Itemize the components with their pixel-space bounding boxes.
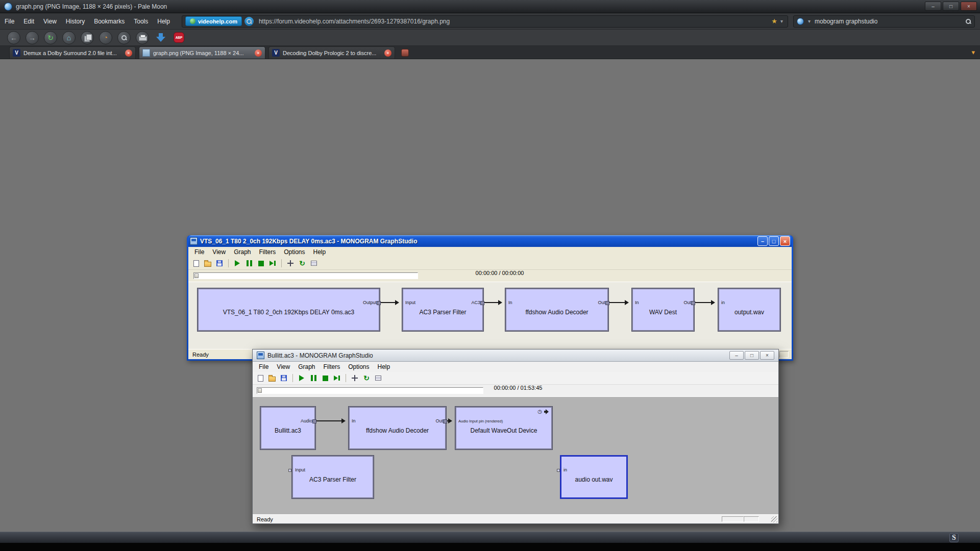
window-controls: – □ × xyxy=(925,2,977,11)
browser-menubar: File Edit View History Bookmarks Tools H… xyxy=(0,13,980,30)
identity-search-icon[interactable] xyxy=(244,17,254,26)
new-graph-button[interactable] xyxy=(256,373,265,383)
close-button[interactable]: × xyxy=(961,2,977,11)
filter-graph-canvas[interactable]: Audio Bullitt.ac3 In Out ffdshow Audio D… xyxy=(253,396,778,514)
maximize-button[interactable]: □ xyxy=(943,2,959,11)
search-input[interactable]: mobogram graphstudio xyxy=(815,18,877,25)
pin-input[interactable]: Input xyxy=(295,467,305,472)
home-button[interactable]: ⌂ xyxy=(62,31,76,44)
tab-close-icon[interactable]: × xyxy=(384,49,391,57)
search-engine-dropdown-icon[interactable]: ▾ xyxy=(806,18,812,24)
pin-audio-input-rendered[interactable]: Audio Input pin (rendered) xyxy=(458,419,503,423)
seek-thumb[interactable] xyxy=(258,388,262,393)
filter-box-waveout[interactable]: Audio Input pin (rendered) ◷ Default Wav… xyxy=(455,407,552,449)
pin-in[interactable]: In xyxy=(352,418,356,423)
printer-icon xyxy=(139,35,146,40)
copy-pages-button[interactable] xyxy=(81,31,94,44)
menu-bookmarks[interactable]: Bookmarks xyxy=(89,18,129,25)
tab-graph-png[interactable]: graph.png (PNG Image, 1188 × 24... × xyxy=(139,46,265,59)
filter-name: audio out.wav xyxy=(562,476,625,483)
downloads-button[interactable] xyxy=(156,33,165,42)
menu-view[interactable]: View xyxy=(273,363,294,370)
filter-box-ffdshow[interactable]: In Out ffdshow Audio Decoder xyxy=(349,407,446,449)
pin-stub[interactable] xyxy=(557,469,560,472)
reload-button[interactable]: ↻ xyxy=(44,31,57,44)
menu-view[interactable]: View xyxy=(39,18,61,25)
xp-window-controls: – □ × xyxy=(757,236,790,246)
videohelp-favicon xyxy=(190,18,195,24)
url-text[interactable]: https://forum.videohelp.com/attachments/… xyxy=(259,18,450,25)
step-button[interactable] xyxy=(332,373,341,383)
resize-grip[interactable] xyxy=(771,516,777,522)
app-window-title: Bullitt.ac3 - MONOGRAM GraphStudio xyxy=(267,352,373,359)
app-titlebar[interactable]: Bullitt.ac3 - MONOGRAM GraphStudio – □ × xyxy=(253,349,778,362)
stop-button[interactable] xyxy=(321,373,330,383)
bookmark-star-icon[interactable]: ★ xyxy=(770,17,779,25)
menu-help: Help xyxy=(309,248,330,256)
pan-button[interactable] xyxy=(350,373,359,383)
filter-box-bullitt[interactable]: Audio Bullitt.ac3 xyxy=(260,407,315,449)
history-button[interactable]: ◔ xyxy=(99,31,112,44)
new-tab-button[interactable] xyxy=(401,49,409,57)
urlbar-dropdown-icon[interactable]: ▾ xyxy=(779,18,785,24)
graph-image[interactable]: VTS_06_1 T80 2_0ch 192Kbps DELAY 0ms.ac3… xyxy=(187,235,793,361)
videohelp-favicon: V xyxy=(13,49,20,57)
search-box[interactable]: ▾ mobogram graphstudio xyxy=(793,15,975,28)
connection-arrow xyxy=(380,302,398,303)
menu-filters[interactable]: Filters xyxy=(320,363,345,370)
status-pane xyxy=(779,351,789,358)
find-button[interactable] xyxy=(117,31,131,44)
all-tabs-button[interactable]: ▾ xyxy=(971,48,975,56)
close-button[interactable]: × xyxy=(760,351,774,360)
minimize-button[interactable]: – xyxy=(729,351,744,360)
menu-history[interactable]: History xyxy=(61,18,89,25)
seek-bar: 00:00:00 / 00:00:00 xyxy=(188,270,792,282)
graphstudio-icon xyxy=(190,237,198,245)
play-button[interactable] xyxy=(297,373,306,383)
pin-in[interactable]: in xyxy=(564,467,567,472)
pin-out[interactable]: Out xyxy=(435,418,443,423)
seek-bar[interactable]: 00:00:00 / 01:53:45 xyxy=(253,385,778,396)
adblock-button[interactable]: ABP xyxy=(174,32,184,43)
tab-demux-dolby[interactable]: V Demux a Dolby Surround 2.0 file int...… xyxy=(9,46,136,59)
refresh-graph-button[interactable]: ↻ xyxy=(362,373,371,383)
maximize-button[interactable]: □ xyxy=(745,351,759,360)
noscript-icon[interactable]: S xyxy=(949,533,959,542)
forward-button[interactable]: → xyxy=(26,31,39,44)
back-button[interactable]: ← xyxy=(7,31,20,44)
minimize-button[interactable]: – xyxy=(925,2,941,11)
filter-name: ffdshow Audio Decoder xyxy=(351,427,444,434)
filter-box-audio-out-wav[interactable]: in audio out.wav xyxy=(560,456,627,498)
clock-icon: ◷ xyxy=(537,409,542,414)
menu-graph[interactable]: Graph xyxy=(294,363,319,370)
insert-filter-button[interactable] xyxy=(374,373,383,383)
graphstudio-window[interactable]: Bullitt.ac3 - MONOGRAM GraphStudio – □ ×… xyxy=(252,349,779,524)
filter-box-ac3-parser[interactable]: Input AC3 Parser Filter xyxy=(292,456,374,498)
menu-file[interactable]: File xyxy=(255,363,273,370)
menu-file[interactable]: File xyxy=(0,18,19,25)
magnifier-icon xyxy=(246,18,252,24)
menu-edit[interactable]: Edit xyxy=(19,18,39,25)
url-bar[interactable]: videohelp.com https://forum.videohelp.co… xyxy=(182,15,788,28)
palemoon-icon xyxy=(4,3,12,11)
menu-options[interactable]: Options xyxy=(344,363,373,370)
pause-button[interactable] xyxy=(309,373,318,383)
navigation-toolbar: ← → ↻ ⌂ ◔ ABP xyxy=(0,30,980,46)
pin-audio[interactable]: Audio xyxy=(301,418,312,423)
open-button[interactable] xyxy=(267,373,277,383)
site-identity-button[interactable]: videohelp.com xyxy=(185,16,242,26)
print-button[interactable] xyxy=(136,31,149,44)
search-icon[interactable] xyxy=(965,18,971,24)
tab-close-icon[interactable]: × xyxy=(255,49,262,57)
menu-tools[interactable]: Tools xyxy=(129,18,153,25)
tab-close-icon[interactable]: × xyxy=(125,49,132,57)
browser-window-title: graph.png (PNG Image, 1188 × 246 pixels)… xyxy=(16,3,167,10)
seek-trough[interactable] xyxy=(257,387,483,394)
menu-help[interactable]: Help xyxy=(153,18,175,25)
filter-name: ffdshow Audio Decoder xyxy=(507,309,606,316)
search-engine-icon[interactable] xyxy=(797,18,804,25)
menu-help[interactable]: Help xyxy=(374,363,395,370)
pin-stub[interactable] xyxy=(288,469,291,472)
save-button[interactable] xyxy=(279,373,288,383)
tab-decoding-prologic[interactable]: V Decoding Dolby Prologic 2 to discre...… xyxy=(268,46,395,59)
